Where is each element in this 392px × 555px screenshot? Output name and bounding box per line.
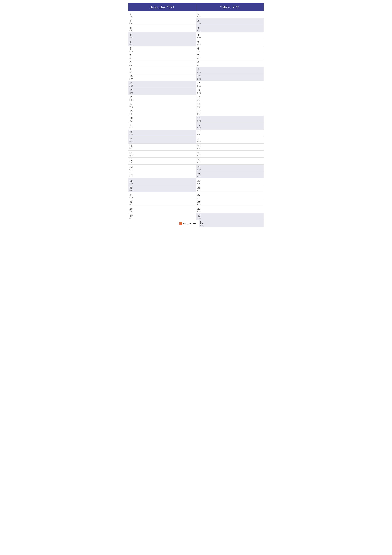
sep-day-1: 1SRI	[128, 11, 196, 18]
october-header: Oktobar 2021	[196, 3, 264, 11]
sep-day-4: 4SUB	[128, 32, 196, 39]
sep-day-number-26: 26	[129, 186, 195, 190]
sep-day-name-25: SUB	[129, 183, 195, 184]
oct-day-name-14: ČET	[197, 106, 263, 108]
sep-day-8: 8SRI	[128, 60, 196, 67]
oct-day-number-13: 13	[197, 96, 263, 99]
oct-day-name-13: SRI	[197, 99, 263, 101]
sep-day-number-5: 5	[129, 40, 195, 44]
sep-day-30: 30ČET	[128, 213, 196, 220]
sep-day-number-12: 12	[129, 89, 195, 92]
oct-day-29: 29PET	[196, 206, 264, 213]
sep-day-name-24: PET	[129, 176, 195, 177]
sep-day-20: 20PON	[128, 144, 196, 151]
oct-day-number-1: 1	[197, 12, 263, 16]
oct-day-name-8: PET	[197, 64, 263, 66]
sep-day-14: 14UTO	[128, 102, 196, 109]
oct-day-17: 17NED	[196, 123, 264, 130]
oct-day-name-5: UTO	[197, 44, 263, 45]
september-header: Septembar 2021	[128, 3, 196, 11]
oct-day-14: 14ČET	[196, 102, 264, 109]
sep-day-name-11: SUB	[129, 85, 195, 87]
sep-day-name-8: SRI	[129, 64, 195, 66]
oct-day-15: 15PET	[196, 109, 264, 116]
sep-day-name-10: PET	[129, 78, 195, 80]
sep-day-29: 29SRI	[128, 206, 196, 213]
oct-day-number-14: 14	[197, 103, 263, 106]
sep-day-number-30: 30	[129, 214, 195, 218]
oct-day-number-17: 17	[197, 124, 263, 127]
sep-day-number-3: 3	[129, 26, 195, 29]
oct-day-name-19: UTO	[197, 141, 263, 143]
sep-day-number-16: 16	[129, 117, 195, 120]
oct-day-name-27: SRI	[197, 197, 263, 198]
oct-day-number-10: 10	[197, 75, 263, 78]
oct-day-name-31: NED	[200, 225, 263, 226]
september-column: 1SRI2ČET3PET4SUB5NED6PON7UTO8SRI9ČET10PE…	[128, 11, 196, 220]
sep-day-6: 6PON	[128, 46, 196, 53]
oct-day-9: 9SUB	[196, 67, 264, 74]
oct-day-number-5: 5	[197, 40, 263, 44]
oct-day-name-15: PET	[197, 113, 263, 115]
sep-day-name-12: NED	[129, 92, 195, 94]
sep-day-number-18: 18	[129, 131, 195, 134]
sep-day-number-14: 14	[129, 103, 195, 106]
oct-day-13: 13SRI	[196, 95, 264, 102]
oct-day-number-24: 24	[197, 172, 263, 176]
sep-day-number-11: 11	[129, 82, 195, 85]
sep-day-name-1: SRI	[129, 16, 195, 17]
oct-day-8: 8PET	[196, 60, 264, 67]
sep-day-name-15: SRI	[129, 113, 195, 115]
sep-day-number-29: 29	[129, 207, 195, 211]
oct-day-name-21: ČET	[197, 155, 263, 157]
oct-day-name-22: PET	[197, 162, 263, 164]
oct-day-number-8: 8	[197, 61, 263, 64]
sep-day-name-23: ČET	[129, 169, 195, 171]
oct-day-number-21: 21	[197, 151, 263, 155]
sep-day-name-28: UTO	[129, 204, 195, 205]
oct-day-name-20: SRI	[197, 148, 263, 150]
sep-day-number-24: 24	[129, 172, 195, 176]
oct-day-19: 19UTO	[196, 137, 264, 144]
oct-day-11: 11PON	[196, 81, 264, 88]
oct-day-name-23: SUB	[197, 169, 263, 171]
oct-day-name-16: SUB	[197, 120, 263, 122]
sep-day-28: 28UTO	[128, 199, 196, 206]
sep-day-name-18: SUB	[129, 134, 195, 136]
oct-day-6: 6SRI	[196, 46, 264, 53]
sep-day-number-10: 10	[129, 75, 195, 78]
sep-day-7: 7UTO	[128, 53, 196, 60]
oct-day-name-3: NED	[197, 29, 263, 31]
sep-day-name-5: NED	[129, 44, 195, 45]
footer-left: 7 CALENDAR	[128, 220, 199, 227]
sep-day-23: 23ČET	[128, 165, 196, 171]
oct-day-number-23: 23	[197, 165, 263, 169]
sep-day-name-26: NED	[129, 190, 195, 191]
sep-day-3: 3PET	[128, 25, 196, 32]
oct-day-7: 7ČET	[196, 53, 264, 60]
sep-day-25: 25SUB	[128, 178, 196, 185]
oct-day-name-10: NED	[197, 78, 263, 80]
sep-day-name-4: SUB	[129, 37, 195, 38]
logo-text: CALENDAR	[183, 223, 196, 225]
oct-day-number-6: 6	[197, 47, 263, 51]
oct-day-10: 10NED	[196, 74, 264, 81]
sep-day-12: 12NED	[128, 88, 196, 95]
oct-day-name-12: UTO	[197, 92, 263, 94]
sep-day-number-6: 6	[129, 47, 195, 51]
sep-day-name-19: NED	[129, 141, 195, 143]
logo-number-icon: 7	[179, 222, 182, 225]
sep-day-name-21: UTO	[129, 155, 195, 157]
oct-day-number-28: 28	[197, 200, 263, 204]
oct-day-22: 22PET	[196, 158, 264, 165]
oct-day-number-18: 18	[197, 131, 263, 134]
sep-day-name-3: PET	[129, 29, 195, 31]
oct-day-4: 4PON	[196, 32, 264, 39]
oct-day-number-4: 4	[197, 33, 263, 37]
oct-day-number-11: 11	[197, 82, 263, 85]
calendar-container: Septembar 2021 Oktobar 2021 1SRI2ČET3PET…	[128, 3, 264, 227]
oct-day-name-7: ČET	[197, 58, 263, 59]
oct-day-name-26: UTO	[197, 190, 263, 191]
sep-day-number-2: 2	[129, 19, 195, 23]
sep-day-number-8: 8	[129, 61, 195, 64]
